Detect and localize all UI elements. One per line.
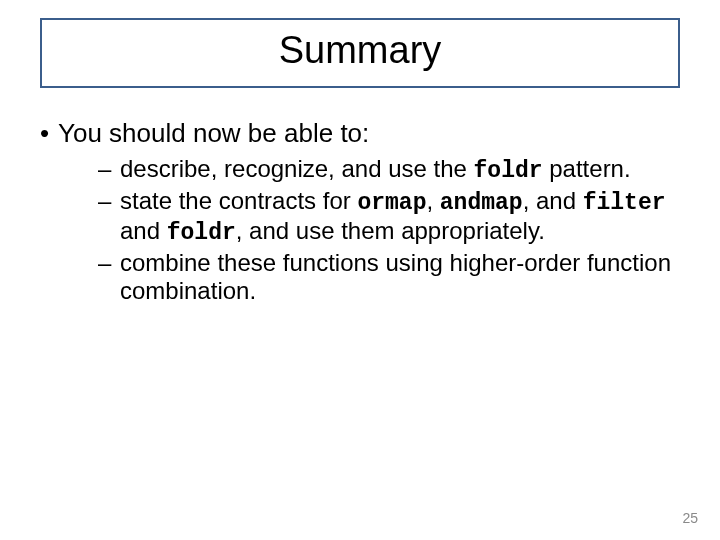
text: and	[120, 217, 167, 244]
bullet-dot-icon: •	[40, 118, 58, 149]
sub-bullet-2: –state the contracts for ormap, andmap, …	[30, 187, 680, 247]
lead-text: You should now be able to:	[58, 118, 369, 148]
text: ,	[426, 187, 439, 214]
code-filter: filter	[583, 190, 666, 216]
title-box: Summary	[40, 18, 680, 88]
dash-icon: –	[98, 187, 120, 215]
page-number: 25	[682, 510, 698, 526]
text: pattern.	[543, 155, 631, 182]
text: , and	[523, 187, 583, 214]
dash-icon: –	[98, 249, 120, 277]
code-foldr: foldr	[474, 158, 543, 184]
text: combine these functions using higher-ord…	[120, 249, 671, 304]
sub-bullet-3: –combine these functions using higher-or…	[30, 249, 680, 306]
lead-bullet: •You should now be able to:	[30, 118, 680, 149]
dash-icon: –	[98, 155, 120, 183]
text: state the contracts for	[120, 187, 357, 214]
text: , and use them appropriately.	[236, 217, 545, 244]
sub-bullet-1: –describe, recognize, and use the foldr …	[30, 155, 680, 185]
slide-body: •You should now be able to: –describe, r…	[30, 118, 680, 308]
text: describe, recognize, and use the	[120, 155, 474, 182]
code-foldr2: foldr	[167, 220, 236, 246]
slide-title: Summary	[42, 30, 678, 72]
code-andmap: andmap	[440, 190, 523, 216]
code-ormap: ormap	[357, 190, 426, 216]
